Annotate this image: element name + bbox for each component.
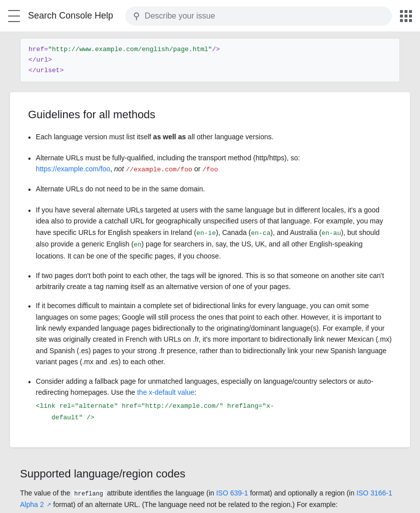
app-header: Search Console Help ⚲ <box>0 0 420 32</box>
bullet-text-5: If two pages don't both point to each ot… <box>36 270 392 293</box>
list-item: Consider adding a fallback page for unma… <box>28 376 392 423</box>
list-item: If two pages don't both point to each ot… <box>28 270 392 293</box>
guidelines-list: Each language version must list itself a… <box>28 131 392 423</box>
code-block-xdefault: <link rel="alternate" href="http://examp… <box>36 401 392 423</box>
bullet-text-2: Alternate URLs must be fully-qualified, … <box>36 152 392 175</box>
list-item: Each language version must list itself a… <box>28 131 392 144</box>
search-input[interactable] <box>145 12 384 21</box>
guidelines-title: Guidelines for all methods <box>28 108 392 121</box>
bullet-text-7: Consider adding a fallback page for unma… <box>36 376 392 423</box>
iso639-link[interactable]: ISO 639-1 <box>216 489 248 497</box>
bullet-text-6: If it becomes difficult to maintain a co… <box>36 300 392 367</box>
apps-icon[interactable] <box>400 10 412 22</box>
bullet-text-1: Each language version must list itself a… <box>36 131 392 142</box>
example-link[interactable]: https://example.com/foo <box>36 165 111 173</box>
search-bar[interactable]: ⚲ <box>125 7 392 26</box>
list-item: If you have several alternate URLs targe… <box>28 204 392 262</box>
list-item: Alternate URLs must be fully-qualified, … <box>28 152 392 175</box>
content-card: Guidelines for all methods Each language… <box>10 92 410 447</box>
menu-icon[interactable] <box>8 10 20 22</box>
supported-section-title: Supported language/region codes <box>20 467 400 480</box>
app-title: Search Console Help <box>28 11 113 21</box>
code-block-top: href="http://www.example.com/english/pag… <box>20 38 400 82</box>
supported-section-description: The value of the hreflang attribute iden… <box>20 487 400 510</box>
bullet-text-3: Alternate URLs do not need to be in the … <box>36 183 392 194</box>
list-item: Alternate URLs do not need to be in the … <box>28 183 392 196</box>
bottom-section: Supported language/region codes The valu… <box>0 457 420 513</box>
search-icon: ⚲ <box>133 11 140 22</box>
x-default-link[interactable]: the x-default value <box>137 388 194 396</box>
bullet-text-4: If you have several alternate URLs targe… <box>36 204 392 262</box>
hreflang-code: hreflang <box>72 490 105 498</box>
list-item: If it becomes difficult to maintain a co… <box>28 300 392 367</box>
